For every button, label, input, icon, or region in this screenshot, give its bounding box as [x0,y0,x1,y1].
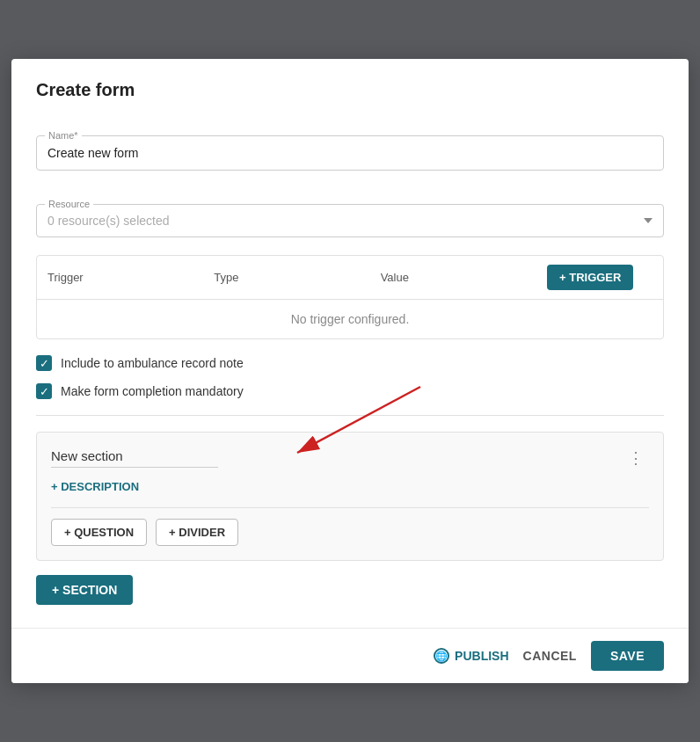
checkbox-include-ambulance-label: Include to ambulance record note [61,356,244,370]
section-card-body: + DESCRIPTION + QUESTION + DIVIDER [51,476,649,546]
add-trigger-button[interactable]: + TRIGGER [547,265,633,290]
resource-placeholder: 0 resource(s) selected [47,214,170,228]
section-inner-divider [51,507,649,508]
name-field-group: Name* [36,120,664,171]
add-divider-button[interactable]: + DIVIDER [156,519,238,546]
add-section-button[interactable]: + SECTION [36,575,133,605]
name-input[interactable] [47,146,653,160]
checkbox-include-ambulance[interactable]: ✓ [36,355,52,371]
trigger-section: Trigger Type Value + TRIGGER No trigger … [36,255,664,339]
section-name-area [51,448,623,468]
chevron-down-icon [644,218,653,223]
checkbox-row-1: ✓ Include to ambulance record note [36,355,664,371]
checkbox-make-mandatory[interactable]: ✓ [36,383,52,399]
add-question-button[interactable]: + QUESTION [51,519,147,546]
modal-overlay: Create form Name* Resource 0 resource(s)… [0,0,700,742]
name-input-wrap [36,135,664,171]
trigger-empty-message: No trigger configured. [37,300,663,338]
section-card-header: ⋮ [51,447,649,469]
publish-label: PUBLISH [455,649,508,663]
checkbox-make-mandatory-label: Make form completion mandatory [61,384,244,398]
three-dots-icon: ⋮ [628,448,644,468]
save-button[interactable]: SAVE [591,641,664,671]
checkmark-icon-2: ✓ [40,386,49,397]
section-divider-line [36,415,664,416]
modal-body: Create form Name* Resource 0 resource(s)… [11,59,689,628]
publish-button[interactable]: 🌐 PUBLISH [434,648,508,664]
checkbox-row-2: ✓ Make form completion mandatory [36,383,664,399]
create-form-modal: Create form Name* Resource 0 resource(s)… [11,59,689,683]
resource-select[interactable]: 0 resource(s) selected [36,204,664,237]
modal-title: Create form [36,80,664,100]
trigger-header: Trigger Type Value + TRIGGER [37,256,663,300]
add-description-button[interactable]: + DESCRIPTION [51,476,139,497]
resource-label: Resource [45,199,93,209]
cancel-button[interactable]: CANCEL [523,649,577,663]
add-trigger-col: + TRIGGER [547,265,653,290]
section-actions: + QUESTION + DIVIDER [51,519,649,546]
resource-field-group: Resource 0 resource(s) selected [36,188,664,237]
type-col-header: Type [214,271,380,284]
section-name-input[interactable] [51,448,218,468]
publish-globe-icon: 🌐 [434,648,449,664]
checkmark-icon: ✓ [40,358,49,369]
name-label: Name* [45,130,82,141]
value-col-header: Value [381,271,547,284]
modal-footer: 🌐 PUBLISH CANCEL SAVE [11,628,689,683]
section-card: ⋮ + DESCRIPTION + QUESTION + DIVIDER [36,432,664,561]
section-menu-button[interactable]: ⋮ [623,447,649,469]
trigger-col-header: Trigger [47,271,214,284]
